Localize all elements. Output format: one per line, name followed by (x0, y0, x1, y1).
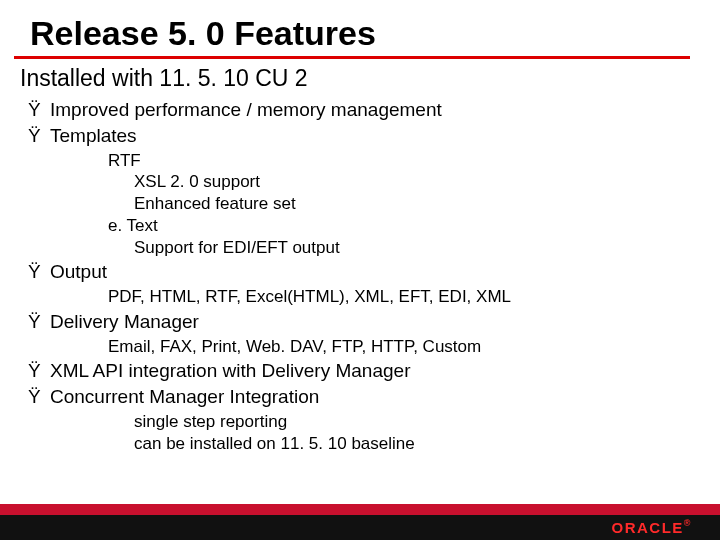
sub-item: RTF (108, 150, 720, 172)
oracle-logo: ORACLE® (612, 519, 692, 536)
sub2-item: single step reporting (134, 411, 720, 433)
sub-item: e. Text (108, 215, 720, 237)
slide-content: Ÿ Improved performance / memory manageme… (28, 98, 720, 454)
bullet-text: Concurrent Manager Integration (50, 386, 319, 407)
slide: Release 5. 0 Features Installed with 11.… (0, 0, 720, 540)
bullet-text: XML API integration with Delivery Manage… (50, 360, 410, 381)
bullet-text: Templates (50, 125, 137, 146)
title-rule (14, 56, 690, 59)
bullet-glyph: Ÿ (28, 310, 41, 334)
bullet-item: Ÿ Improved performance / memory manageme… (28, 98, 720, 122)
bullet-glyph: Ÿ (28, 98, 41, 122)
oracle-logo-text: ORACLE (612, 519, 684, 536)
bullet-item: Ÿ Delivery Manager (28, 310, 720, 334)
bullet-glyph: Ÿ (28, 359, 41, 383)
footer: ORACLE® (0, 504, 720, 540)
bullet-text: Improved performance / memory management (50, 99, 442, 120)
bullet-item: Ÿ Templates (28, 124, 720, 148)
sub2-item: can be installed on 11. 5. 10 baseline (134, 433, 720, 455)
bullet-glyph: Ÿ (28, 124, 41, 148)
sub2-item: Enhanced feature set (134, 193, 720, 215)
bullet-text: Output (50, 261, 107, 282)
footer-red-bar (0, 504, 720, 515)
slide-subtitle: Installed with 11. 5. 10 CU 2 (20, 65, 720, 92)
oracle-logo-sup: ® (684, 518, 692, 528)
sub2-item: XSL 2. 0 support (134, 171, 720, 193)
sub2-item: Support for EDI/EFT output (134, 237, 720, 259)
slide-title: Release 5. 0 Features (30, 14, 720, 53)
bullet-glyph: Ÿ (28, 385, 41, 409)
footer-black-bar: ORACLE® (0, 515, 720, 540)
sub-item: PDF, HTML, RTF, Excel(HTML), XML, EFT, E… (108, 286, 720, 308)
bullet-text: Delivery Manager (50, 311, 199, 332)
bullet-item: Ÿ Output (28, 260, 720, 284)
sub-item: Email, FAX, Print, Web. DAV, FTP, HTTP, … (108, 336, 720, 358)
bullet-item: Ÿ XML API integration with Delivery Mana… (28, 359, 720, 383)
bullet-item: Ÿ Concurrent Manager Integration (28, 385, 720, 409)
bullet-glyph: Ÿ (28, 260, 41, 284)
